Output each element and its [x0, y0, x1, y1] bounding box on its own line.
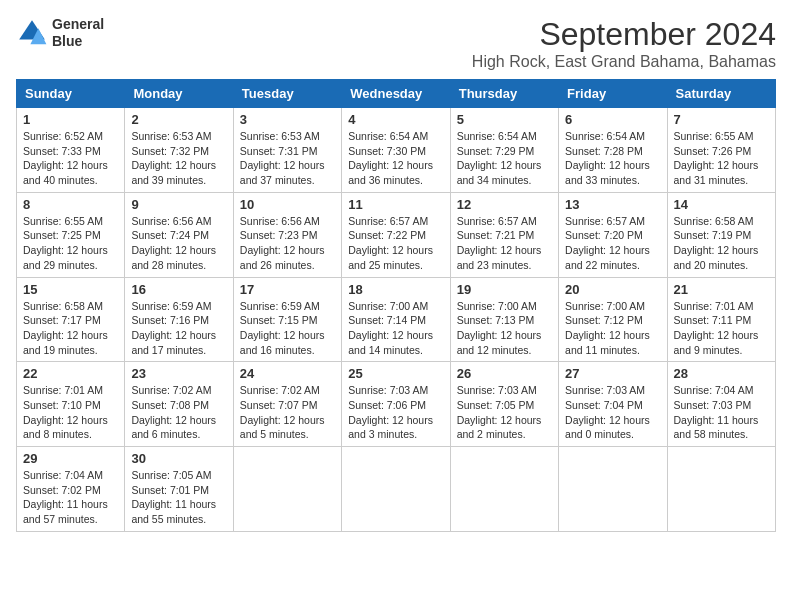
day-number: 10: [240, 197, 335, 212]
day-number: 30: [131, 451, 226, 466]
day-info: Sunrise: 7:04 AM Sunset: 7:02 PM Dayligh…: [23, 468, 118, 527]
day-info: Sunrise: 6:52 AM Sunset: 7:33 PM Dayligh…: [23, 129, 118, 188]
day-number: 19: [457, 282, 552, 297]
day-number: 23: [131, 366, 226, 381]
calendar-day-cell: 18 Sunrise: 7:00 AM Sunset: 7:14 PM Dayl…: [342, 277, 450, 362]
day-info: Sunrise: 6:56 AM Sunset: 7:23 PM Dayligh…: [240, 214, 335, 273]
calendar-day-cell: 13 Sunrise: 6:57 AM Sunset: 7:20 PM Dayl…: [559, 192, 667, 277]
calendar-day-cell: 30 Sunrise: 7:05 AM Sunset: 7:01 PM Dayl…: [125, 447, 233, 532]
calendar-day-cell: [667, 447, 775, 532]
day-info: Sunrise: 7:02 AM Sunset: 7:07 PM Dayligh…: [240, 383, 335, 442]
day-info: Sunrise: 6:58 AM Sunset: 7:19 PM Dayligh…: [674, 214, 769, 273]
day-info: Sunrise: 6:55 AM Sunset: 7:25 PM Dayligh…: [23, 214, 118, 273]
day-info: Sunrise: 7:03 AM Sunset: 7:06 PM Dayligh…: [348, 383, 443, 442]
day-number: 28: [674, 366, 769, 381]
day-number: 17: [240, 282, 335, 297]
day-number: 20: [565, 282, 660, 297]
day-number: 14: [674, 197, 769, 212]
day-info: Sunrise: 6:55 AM Sunset: 7:26 PM Dayligh…: [674, 129, 769, 188]
calendar-day-cell: 4 Sunrise: 6:54 AM Sunset: 7:30 PM Dayli…: [342, 108, 450, 193]
calendar-day-cell: 3 Sunrise: 6:53 AM Sunset: 7:31 PM Dayli…: [233, 108, 341, 193]
weekday-header-sunday: Sunday: [17, 80, 125, 108]
day-number: 1: [23, 112, 118, 127]
calendar-day-cell: 12 Sunrise: 6:57 AM Sunset: 7:21 PM Dayl…: [450, 192, 558, 277]
weekday-header-tuesday: Tuesday: [233, 80, 341, 108]
day-info: Sunrise: 7:04 AM Sunset: 7:03 PM Dayligh…: [674, 383, 769, 442]
calendar-day-cell: 10 Sunrise: 6:56 AM Sunset: 7:23 PM Dayl…: [233, 192, 341, 277]
title-block: September 2024 High Rock, East Grand Bah…: [472, 16, 776, 71]
day-number: 3: [240, 112, 335, 127]
logo: General Blue: [16, 16, 104, 50]
calendar-day-cell: 7 Sunrise: 6:55 AM Sunset: 7:26 PM Dayli…: [667, 108, 775, 193]
weekday-header-friday: Friday: [559, 80, 667, 108]
day-number: 13: [565, 197, 660, 212]
day-info: Sunrise: 6:57 AM Sunset: 7:22 PM Dayligh…: [348, 214, 443, 273]
location-title: High Rock, East Grand Bahama, Bahamas: [472, 53, 776, 71]
calendar-table: SundayMondayTuesdayWednesdayThursdayFrid…: [16, 79, 776, 532]
calendar-day-cell: [342, 447, 450, 532]
calendar-day-cell: 14 Sunrise: 6:58 AM Sunset: 7:19 PM Dayl…: [667, 192, 775, 277]
day-number: 27: [565, 366, 660, 381]
day-number: 7: [674, 112, 769, 127]
day-number: 5: [457, 112, 552, 127]
day-info: Sunrise: 7:00 AM Sunset: 7:14 PM Dayligh…: [348, 299, 443, 358]
weekday-header-monday: Monday: [125, 80, 233, 108]
calendar-day-cell: 19 Sunrise: 7:00 AM Sunset: 7:13 PM Dayl…: [450, 277, 558, 362]
calendar-day-cell: 28 Sunrise: 7:04 AM Sunset: 7:03 PM Dayl…: [667, 362, 775, 447]
day-number: 4: [348, 112, 443, 127]
day-info: Sunrise: 7:05 AM Sunset: 7:01 PM Dayligh…: [131, 468, 226, 527]
day-number: 11: [348, 197, 443, 212]
day-info: Sunrise: 6:54 AM Sunset: 7:28 PM Dayligh…: [565, 129, 660, 188]
page-header: General Blue September 2024 High Rock, E…: [16, 16, 776, 71]
calendar-day-cell: 11 Sunrise: 6:57 AM Sunset: 7:22 PM Dayl…: [342, 192, 450, 277]
day-info: Sunrise: 6:57 AM Sunset: 7:21 PM Dayligh…: [457, 214, 552, 273]
day-number: 25: [348, 366, 443, 381]
day-number: 8: [23, 197, 118, 212]
day-info: Sunrise: 7:03 AM Sunset: 7:04 PM Dayligh…: [565, 383, 660, 442]
calendar-day-cell: 21 Sunrise: 7:01 AM Sunset: 7:11 PM Dayl…: [667, 277, 775, 362]
day-info: Sunrise: 6:59 AM Sunset: 7:16 PM Dayligh…: [131, 299, 226, 358]
day-info: Sunrise: 6:54 AM Sunset: 7:30 PM Dayligh…: [348, 129, 443, 188]
calendar-day-cell: 26 Sunrise: 7:03 AM Sunset: 7:05 PM Dayl…: [450, 362, 558, 447]
day-info: Sunrise: 7:02 AM Sunset: 7:08 PM Dayligh…: [131, 383, 226, 442]
day-number: 24: [240, 366, 335, 381]
day-number: 9: [131, 197, 226, 212]
day-info: Sunrise: 6:57 AM Sunset: 7:20 PM Dayligh…: [565, 214, 660, 273]
calendar-day-cell: 20 Sunrise: 7:00 AM Sunset: 7:12 PM Dayl…: [559, 277, 667, 362]
day-number: 18: [348, 282, 443, 297]
calendar-day-cell: 5 Sunrise: 6:54 AM Sunset: 7:29 PM Dayli…: [450, 108, 558, 193]
calendar-day-cell: 25 Sunrise: 7:03 AM Sunset: 7:06 PM Dayl…: [342, 362, 450, 447]
day-info: Sunrise: 6:58 AM Sunset: 7:17 PM Dayligh…: [23, 299, 118, 358]
calendar-day-cell: 9 Sunrise: 6:56 AM Sunset: 7:24 PM Dayli…: [125, 192, 233, 277]
calendar-day-cell: [233, 447, 341, 532]
day-number: 29: [23, 451, 118, 466]
logo-icon: [16, 17, 48, 49]
weekday-header-row: SundayMondayTuesdayWednesdayThursdayFrid…: [17, 80, 776, 108]
weekday-header-wednesday: Wednesday: [342, 80, 450, 108]
logo-text: General Blue: [52, 16, 104, 50]
day-info: Sunrise: 7:00 AM Sunset: 7:12 PM Dayligh…: [565, 299, 660, 358]
day-info: Sunrise: 7:01 AM Sunset: 7:10 PM Dayligh…: [23, 383, 118, 442]
calendar-week-row: 22 Sunrise: 7:01 AM Sunset: 7:10 PM Dayl…: [17, 362, 776, 447]
day-info: Sunrise: 7:03 AM Sunset: 7:05 PM Dayligh…: [457, 383, 552, 442]
calendar-day-cell: 29 Sunrise: 7:04 AM Sunset: 7:02 PM Dayl…: [17, 447, 125, 532]
day-info: Sunrise: 6:56 AM Sunset: 7:24 PM Dayligh…: [131, 214, 226, 273]
calendar-day-cell: 15 Sunrise: 6:58 AM Sunset: 7:17 PM Dayl…: [17, 277, 125, 362]
day-info: Sunrise: 6:53 AM Sunset: 7:32 PM Dayligh…: [131, 129, 226, 188]
day-info: Sunrise: 6:54 AM Sunset: 7:29 PM Dayligh…: [457, 129, 552, 188]
calendar-week-row: 1 Sunrise: 6:52 AM Sunset: 7:33 PM Dayli…: [17, 108, 776, 193]
day-info: Sunrise: 7:01 AM Sunset: 7:11 PM Dayligh…: [674, 299, 769, 358]
calendar-day-cell: 16 Sunrise: 6:59 AM Sunset: 7:16 PM Dayl…: [125, 277, 233, 362]
calendar-day-cell: [450, 447, 558, 532]
calendar-day-cell: 22 Sunrise: 7:01 AM Sunset: 7:10 PM Dayl…: [17, 362, 125, 447]
day-number: 6: [565, 112, 660, 127]
day-info: Sunrise: 6:59 AM Sunset: 7:15 PM Dayligh…: [240, 299, 335, 358]
weekday-header-thursday: Thursday: [450, 80, 558, 108]
day-number: 15: [23, 282, 118, 297]
calendar-day-cell: 1 Sunrise: 6:52 AM Sunset: 7:33 PM Dayli…: [17, 108, 125, 193]
day-info: Sunrise: 7:00 AM Sunset: 7:13 PM Dayligh…: [457, 299, 552, 358]
calendar-day-cell: 17 Sunrise: 6:59 AM Sunset: 7:15 PM Dayl…: [233, 277, 341, 362]
calendar-week-row: 8 Sunrise: 6:55 AM Sunset: 7:25 PM Dayli…: [17, 192, 776, 277]
calendar-week-row: 29 Sunrise: 7:04 AM Sunset: 7:02 PM Dayl…: [17, 447, 776, 532]
calendar-day-cell: 2 Sunrise: 6:53 AM Sunset: 7:32 PM Dayli…: [125, 108, 233, 193]
